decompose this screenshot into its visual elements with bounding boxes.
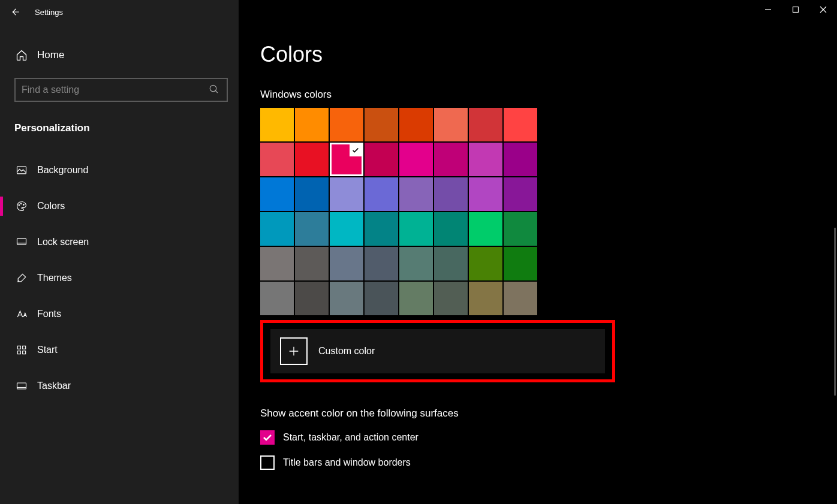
color-swatch[interactable] xyxy=(504,108,537,141)
color-swatch[interactable] xyxy=(469,282,502,315)
nav-item-taskbar[interactable]: Taskbar xyxy=(14,368,224,404)
color-swatch[interactable] xyxy=(260,247,294,280)
color-swatch[interactable] xyxy=(469,108,502,141)
color-swatch[interactable] xyxy=(260,108,294,141)
checkbox-start-taskbar[interactable] xyxy=(260,430,275,445)
color-swatch[interactable] xyxy=(399,282,433,315)
nav-label: Lock screen xyxy=(37,237,89,248)
color-swatch[interactable] xyxy=(469,143,502,176)
minimize-button[interactable] xyxy=(754,0,782,19)
nav-label: Start xyxy=(37,345,58,355)
highlight-annotation: Custom color xyxy=(260,320,615,382)
color-swatch[interactable] xyxy=(295,177,329,211)
nav-item-themes[interactable]: Themes xyxy=(14,260,224,296)
color-swatch[interactable] xyxy=(365,282,398,315)
color-swatch[interactable] xyxy=(504,212,537,246)
color-swatch[interactable] xyxy=(330,143,363,176)
color-swatch[interactable] xyxy=(295,108,329,141)
nav-item-colors[interactable]: Colors xyxy=(14,188,224,224)
nav-item-background[interactable]: Background xyxy=(14,152,224,188)
color-swatch[interactable] xyxy=(399,212,433,246)
color-swatch[interactable] xyxy=(434,212,468,246)
custom-color-button[interactable]: Custom color xyxy=(270,329,605,373)
color-swatch[interactable] xyxy=(504,143,537,176)
color-swatch[interactable] xyxy=(504,247,537,280)
color-swatch[interactable] xyxy=(504,282,537,315)
maximize-button[interactable] xyxy=(782,0,809,19)
svg-point-3 xyxy=(20,203,22,204)
nav-label: Taskbar xyxy=(37,381,71,391)
color-swatch[interactable] xyxy=(295,143,329,176)
checkbox-row-start: Start, taskbar, and action center xyxy=(260,430,837,445)
svg-point-0 xyxy=(210,85,216,92)
color-swatch[interactable] xyxy=(330,177,363,211)
color-swatch[interactable] xyxy=(399,108,433,141)
home-label: Home xyxy=(37,49,64,61)
home-icon xyxy=(14,49,29,61)
arrow-left-icon xyxy=(10,7,20,17)
sidebar: Settings Home Personalization Background xyxy=(0,0,239,504)
color-swatch[interactable] xyxy=(260,282,294,315)
color-swatch[interactable] xyxy=(295,282,329,315)
back-button[interactable] xyxy=(0,0,30,24)
page-title: Colors xyxy=(260,42,837,67)
close-button[interactable] xyxy=(809,0,837,19)
color-swatch[interactable] xyxy=(260,143,294,176)
taskbar-icon xyxy=(14,380,29,392)
svg-rect-11 xyxy=(793,7,799,13)
checkbox-row-titlebars: Title bars and window borders xyxy=(260,455,837,470)
nav-label: Themes xyxy=(37,273,72,283)
scrollbar-thumb[interactable] xyxy=(834,228,836,396)
color-swatch[interactable] xyxy=(330,212,363,246)
search-input[interactable] xyxy=(22,84,209,95)
home-link[interactable]: Home xyxy=(14,38,224,72)
plus-icon xyxy=(280,337,308,365)
picture-icon xyxy=(14,164,29,176)
search-box[interactable] xyxy=(14,78,228,102)
color-swatch[interactable] xyxy=(365,177,398,211)
check-icon xyxy=(350,144,362,156)
search-icon xyxy=(209,84,221,96)
color-swatch[interactable] xyxy=(260,177,294,211)
svg-rect-9 xyxy=(23,351,26,354)
nav-item-lockscreen[interactable]: Lock screen xyxy=(14,224,224,260)
category-title: Personalization xyxy=(14,122,224,134)
svg-point-2 xyxy=(19,205,20,206)
color-swatch[interactable] xyxy=(469,212,502,246)
color-swatch[interactable] xyxy=(365,143,398,176)
color-swatch[interactable] xyxy=(260,212,294,246)
color-swatch[interactable] xyxy=(434,143,468,176)
nav-item-start[interactable]: Start xyxy=(14,332,224,368)
color-swatch[interactable] xyxy=(434,108,468,141)
svg-rect-6 xyxy=(17,346,20,349)
color-swatch[interactable] xyxy=(434,282,468,315)
surfaces-label: Show accent color on the following surfa… xyxy=(260,408,837,420)
color-swatch[interactable] xyxy=(295,212,329,246)
svg-rect-5 xyxy=(17,239,26,245)
window-controls xyxy=(754,0,837,19)
color-swatch[interactable] xyxy=(330,247,363,280)
color-swatch[interactable] xyxy=(330,282,363,315)
color-swatch[interactable] xyxy=(330,108,363,141)
color-swatch[interactable] xyxy=(399,177,433,211)
svg-rect-8 xyxy=(17,351,20,354)
checkbox-titlebars[interactable] xyxy=(260,455,275,470)
custom-color-label: Custom color xyxy=(318,346,375,357)
color-swatch[interactable] xyxy=(295,247,329,280)
color-swatch[interactable] xyxy=(365,108,398,141)
svg-rect-10 xyxy=(17,383,26,389)
app-title: Settings xyxy=(35,8,63,17)
nav-label: Background xyxy=(37,165,88,176)
color-swatch[interactable] xyxy=(399,143,433,176)
color-swatch[interactable] xyxy=(434,177,468,211)
nav-item-fonts[interactable]: Fonts xyxy=(14,296,224,332)
color-swatch[interactable] xyxy=(504,177,537,211)
windows-colors-label: Windows colors xyxy=(260,89,837,101)
color-swatch[interactable] xyxy=(365,212,398,246)
color-swatch[interactable] xyxy=(399,247,433,280)
color-swatch[interactable] xyxy=(469,247,502,280)
color-swatch[interactable] xyxy=(365,247,398,280)
color-swatch[interactable] xyxy=(434,247,468,280)
font-icon xyxy=(14,308,29,320)
color-swatch[interactable] xyxy=(469,177,502,211)
